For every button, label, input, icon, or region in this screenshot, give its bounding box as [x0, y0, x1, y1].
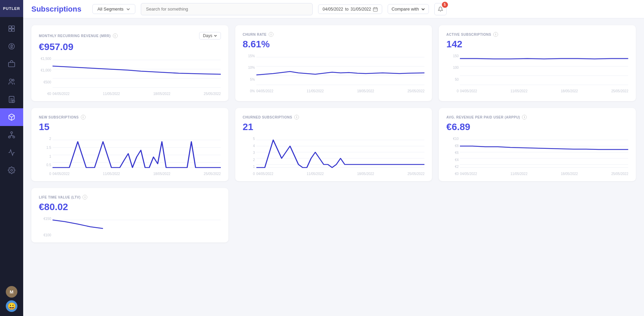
chart-mrr-y-axis: €1,500 €1,000 €500 €0 [39, 57, 51, 96]
card-churned-subs-label-row: CHURNED SUBSCRIPTIONS i [243, 115, 299, 120]
svg-point-7 [12, 79, 14, 81]
chart-ltv: €150 €100 [39, 217, 221, 237]
chart-ltv-y-axis: €150 €100 [39, 217, 51, 237]
card-arppu-label: AVG. REVENUE PER PAID USER (ARPPU) [446, 115, 520, 119]
card-mrr: MONTHLY RECURRING REVENUE (MRR) i Days €… [31, 25, 228, 101]
chart-active-subs-svg [460, 54, 628, 88]
svg-rect-0 [9, 26, 11, 28]
chevron-down-icon-compare [421, 7, 425, 11]
sidebar-item-customers[interactable] [0, 73, 23, 91]
svg-line-21 [12, 136, 14, 136]
card-arppu-label-row: AVG. REVENUE PER PAID USER (ARPPU) i [446, 115, 527, 120]
card-mrr-label-row: MONTHLY RECURRING REVENUE (MRR) i [39, 33, 118, 38]
card-churned-subs-label: CHURNED SUBSCRIPTIONS [243, 115, 293, 119]
churn-info-icon[interactable]: i [269, 32, 273, 37]
chart-new-subs-main: 04/05/2022 11/05/2022 18/05/2022 25/05/2… [53, 137, 221, 176]
chart-churned-subs: 5 4 3 2 1 0 [243, 137, 425, 176]
chart-active-subs: 150 100 50 0 [446, 54, 628, 93]
chart-mrr-main: 04/05/2022 11/05/2022 18/05/2022 25/05/2… [53, 57, 221, 96]
card-churn: CHURN RATE i 8.61% 15% 10% 5% 0% [235, 25, 432, 101]
card-new-subs-value: 15 [39, 122, 221, 132]
active-subs-info-icon[interactable]: i [493, 32, 498, 37]
svg-line-20 [10, 136, 12, 136]
card-active-subs: ACTIVE SUBSCRIPTIONS i 142 150 100 50 0 [439, 25, 636, 101]
chart-arppu-main: 04/05/2022 11/05/2022 18/05/2022 25/05/2… [460, 137, 628, 176]
chart-arppu: €10 €8 €6 €4 €2 €0 [446, 137, 628, 176]
chart-new-subs-svg [53, 137, 221, 171]
card-churned-subs-header: CHURNED SUBSCRIPTIONS i [243, 115, 425, 120]
chevron-down-days [214, 34, 217, 37]
chart-mrr: €1,500 €1,000 €500 €0 [39, 57, 221, 96]
cards-row-1: MONTHLY RECURRING REVENUE (MRR) i Days €… [31, 25, 636, 101]
sidebar-item-subscriptions[interactable] [0, 108, 23, 126]
mrr-info-icon[interactable]: i [113, 33, 118, 38]
chart-churned-subs-svg [256, 137, 425, 171]
date-from: 04/05/2022 [323, 7, 343, 12]
sidebar-item-analytics[interactable] [0, 144, 23, 161]
card-churned-subs: CHURNED SUBSCRIPTIONS i 21 5 4 3 2 1 0 [235, 108, 432, 181]
card-arppu: AVG. REVENUE PER PAID USER (ARPPU) i €6.… [439, 108, 636, 181]
sidebar-item-revenue[interactable] [0, 37, 23, 55]
bell-icon [438, 6, 443, 12]
sidebar-bottom: M 😀 [6, 286, 17, 316]
chevron-down-icon [126, 7, 130, 11]
chart-mrr-svg [53, 57, 221, 91]
svg-point-18 [13, 136, 15, 138]
svg-rect-3 [12, 29, 14, 31]
card-ltv-value: €80.02 [39, 202, 221, 212]
chart-arppu-y-axis: €10 €8 €6 €4 €2 €0 [446, 137, 459, 176]
compare-label: Compare with [391, 6, 419, 12]
card-arppu-value: €6.89 [446, 122, 628, 132]
chart-churn-y-axis: 15% 10% 5% 0% [243, 54, 255, 93]
chart-new-subs-x-labels: 04/05/2022 11/05/2022 18/05/2022 25/05/2… [53, 172, 221, 176]
compare-button[interactable]: Compare with [388, 4, 429, 14]
sidebar-item-affiliates[interactable] [0, 126, 23, 144]
cards-row-3: LIFE TIME VALUE (LTV) i €80.02 €150 €100 [31, 188, 636, 242]
chart-churned-subs-main: 04/05/2022 11/05/2022 18/05/2022 25/05/2… [256, 137, 425, 176]
arppu-info-icon[interactable]: i [522, 115, 527, 120]
sidebar-item-reports[interactable] [0, 91, 23, 108]
card-mrr-header: MONTHLY RECURRING REVENUE (MRR) i Days [39, 32, 221, 40]
avatar-m[interactable]: M [6, 286, 17, 298]
card-mrr-value: €957.09 [39, 42, 221, 52]
new-subs-info-icon[interactable]: i [81, 115, 86, 120]
card-new-subs: NEW SUBSCRIPTIONS i 15 2 1.5 1 0.5 0 [31, 108, 228, 181]
card-active-subs-label: ACTIVE SUBSCRIPTIONS [446, 33, 491, 36]
search-input[interactable] [141, 3, 313, 15]
chart-churn-main: 04/05/2022 11/05/2022 18/05/2022 25/05/2… [256, 54, 425, 93]
chart-churn: 15% 10% 5% 0% [243, 54, 425, 93]
chart-ltv-main [53, 217, 221, 237]
svg-rect-1 [12, 26, 14, 28]
sidebar-item-dashboard[interactable] [0, 20, 23, 37]
card-active-subs-header: ACTIVE SUBSCRIPTIONS i [446, 32, 628, 37]
cards-row-2: NEW SUBSCRIPTIONS i 15 2 1.5 1 0.5 0 [31, 108, 636, 181]
chart-arppu-svg [460, 137, 628, 171]
chart-active-subs-y-axis: 150 100 50 0 [446, 54, 459, 93]
svg-point-6 [10, 79, 12, 81]
days-button[interactable]: Days [199, 32, 221, 40]
card-active-subs-value: 142 [446, 39, 628, 50]
svg-point-22 [11, 169, 13, 171]
chart-mrr-x-labels: 04/05/2022 11/05/2022 18/05/2022 25/05/2… [53, 92, 221, 96]
date-separator: to [345, 7, 348, 12]
chart-arppu-x-labels: 04/05/2022 11/05/2022 18/05/2022 25/05/2… [460, 172, 628, 176]
page-title: Subscriptions [31, 5, 81, 14]
card-mrr-label: MONTHLY RECURRING REVENUE (MRR) [39, 34, 111, 38]
date-range-picker[interactable]: 04/05/2022 to 31/05/2022 [318, 4, 382, 14]
sidebar-item-orders[interactable] [0, 55, 23, 73]
avatar-face[interactable]: 😀 [6, 300, 17, 312]
sidebar-item-settings[interactable] [0, 161, 23, 179]
card-ltv-header: LIFE TIME VALUE (LTV) i [39, 195, 221, 200]
notifications-button[interactable]: 5 [434, 3, 447, 15]
ltv-info-icon[interactable]: i [83, 195, 87, 200]
sidebar: PUTLER [0, 0, 23, 316]
svg-rect-23 [373, 7, 377, 11]
chart-churned-subs-y-axis: 5 4 3 2 1 0 [243, 137, 255, 176]
card-churned-subs-value: 21 [243, 122, 425, 132]
churned-subs-info-icon[interactable]: i [294, 115, 299, 120]
card-ltv-label: LIFE TIME VALUE (LTV) [39, 195, 80, 199]
segment-label: All Segments [98, 6, 124, 12]
segment-selector[interactable]: All Segments [92, 4, 136, 14]
card-churn-value: 8.61% [243, 39, 425, 50]
chart-churn-svg [256, 54, 425, 88]
